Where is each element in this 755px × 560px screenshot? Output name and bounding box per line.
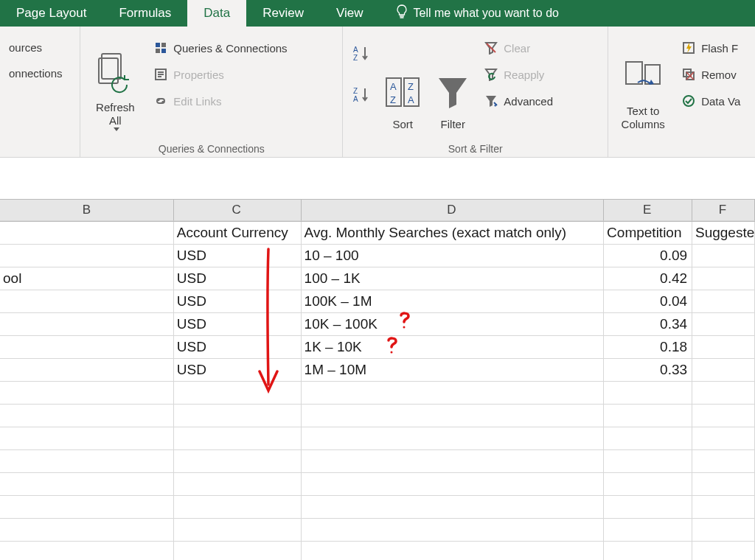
sort-ascending-button[interactable]: AZ: [349, 41, 374, 66]
cell[interactable]: [174, 473, 302, 496]
cell[interactable]: 0.33: [604, 359, 692, 382]
data-validation-button[interactable]: Data Va: [679, 91, 743, 111]
cell[interactable]: [0, 542, 174, 560]
cell[interactable]: 1M – 10M: [302, 359, 605, 382]
sort-descending-button[interactable]: ZA: [349, 83, 374, 108]
cell[interactable]: [302, 382, 605, 405]
col-header-D[interactable]: D: [302, 200, 605, 221]
cell[interactable]: [302, 542, 605, 560]
col-header-E[interactable]: E: [604, 200, 692, 221]
cell[interactable]: [0, 519, 174, 542]
cell[interactable]: [174, 427, 302, 450]
cell[interactable]: [604, 427, 692, 450]
cell[interactable]: [0, 313, 174, 336]
cell[interactable]: 100K – 1M: [302, 290, 605, 313]
reapply-filter-button[interactable]: Reapply: [481, 65, 556, 84]
cell[interactable]: [692, 313, 755, 336]
tab-page-layout[interactable]: Page Layout: [0, 0, 102, 27]
cell[interactable]: [174, 405, 302, 427]
refresh-all-button[interactable]: Refresh All: [86, 31, 144, 134]
spreadsheet[interactable]: B C D E F Account Currency Avg. Monthly …: [0, 199, 755, 560]
edit-links-button[interactable]: Edit Links: [151, 91, 290, 111]
sort-button[interactable]: AZ ZA Sort: [381, 31, 424, 134]
tab-formulas[interactable]: Formulas: [102, 0, 187, 27]
cell[interactable]: [174, 519, 302, 542]
cell[interactable]: [0, 427, 174, 450]
cell[interactable]: [692, 290, 755, 313]
col-header-F[interactable]: F: [692, 200, 755, 221]
cell[interactable]: ool: [0, 267, 174, 290]
cell[interactable]: [302, 519, 605, 542]
cell[interactable]: 0.42: [604, 267, 692, 290]
flash-fill-button[interactable]: Flash F: [679, 38, 743, 57]
col-header-B[interactable]: B: [0, 200, 174, 221]
existing-sources-button[interactable]: ources: [6, 38, 66, 57]
cell[interactable]: [0, 245, 174, 267]
cell[interactable]: [604, 405, 692, 427]
cell[interactable]: [692, 267, 755, 290]
cell[interactable]: [174, 542, 302, 560]
cell[interactable]: [692, 473, 755, 496]
remove-duplicates-button[interactable]: Remov: [679, 65, 743, 84]
tell-me-search[interactable]: Tell me what you want to do: [380, 0, 575, 27]
cell[interactable]: USD: [174, 267, 302, 290]
cell[interactable]: Avg. Monthly Searches (exact match only): [302, 222, 605, 245]
cell[interactable]: 0.34: [604, 313, 692, 336]
cell[interactable]: USD: [174, 359, 302, 382]
cell[interactable]: [692, 519, 755, 542]
cell[interactable]: 0.09: [604, 245, 692, 267]
cell[interactable]: USD: [174, 313, 302, 336]
cell[interactable]: 1K – 10K: [302, 336, 605, 359]
clear-filter-button[interactable]: Clear: [481, 38, 556, 57]
queries-connections-button[interactable]: Queries & Connections: [151, 38, 290, 57]
cell[interactable]: [302, 427, 605, 450]
cell[interactable]: [0, 473, 174, 496]
col-header-C[interactable]: C: [174, 200, 302, 221]
cell[interactable]: [302, 450, 605, 473]
existing-connections-button[interactable]: onnections: [6, 64, 66, 83]
cell[interactable]: [174, 450, 302, 473]
cell[interactable]: USD: [174, 245, 302, 267]
cell[interactable]: [604, 542, 692, 560]
cell[interactable]: [604, 473, 692, 496]
tab-review[interactable]: Review: [246, 0, 320, 27]
cell[interactable]: [604, 450, 692, 473]
cell[interactable]: 10 – 100: [302, 245, 605, 267]
cell[interactable]: Suggeste: [692, 222, 755, 245]
cell[interactable]: USD: [174, 336, 302, 359]
cell[interactable]: [0, 336, 174, 359]
cell[interactable]: [174, 496, 302, 519]
cell[interactable]: [0, 450, 174, 473]
cell[interactable]: [604, 496, 692, 519]
cell[interactable]: [692, 405, 755, 427]
cell[interactable]: [692, 496, 755, 519]
cell[interactable]: Account Currency: [174, 222, 302, 245]
advanced-filter-button[interactable]: Advanced: [481, 91, 556, 111]
cell[interactable]: 0.04: [604, 290, 692, 313]
cell[interactable]: [302, 473, 605, 496]
text-to-columns-button[interactable]: Text to Columns: [614, 31, 672, 134]
cell[interactable]: [692, 427, 755, 450]
cell[interactable]: [0, 382, 174, 405]
tab-view[interactable]: View: [320, 0, 380, 27]
cell[interactable]: [0, 222, 174, 245]
cell[interactable]: [692, 382, 755, 405]
cell[interactable]: [302, 496, 605, 519]
filter-button[interactable]: Filter: [431, 31, 474, 134]
cell[interactable]: [692, 359, 755, 382]
cell[interactable]: [604, 382, 692, 405]
tab-data[interactable]: Data: [187, 0, 246, 27]
cell[interactable]: 10K – 100K: [302, 313, 605, 336]
cell[interactable]: [692, 450, 755, 473]
cell[interactable]: [0, 290, 174, 313]
cell[interactable]: [692, 336, 755, 359]
cell[interactable]: [174, 382, 302, 405]
properties-button[interactable]: Properties: [151, 65, 290, 84]
cell[interactable]: [0, 496, 174, 519]
cell[interactable]: [692, 542, 755, 560]
cell[interactable]: Competition: [604, 222, 692, 245]
cell[interactable]: [302, 405, 605, 427]
cell[interactable]: 100 – 1K: [302, 267, 605, 290]
cell[interactable]: [0, 359, 174, 382]
cell[interactable]: [604, 519, 692, 542]
